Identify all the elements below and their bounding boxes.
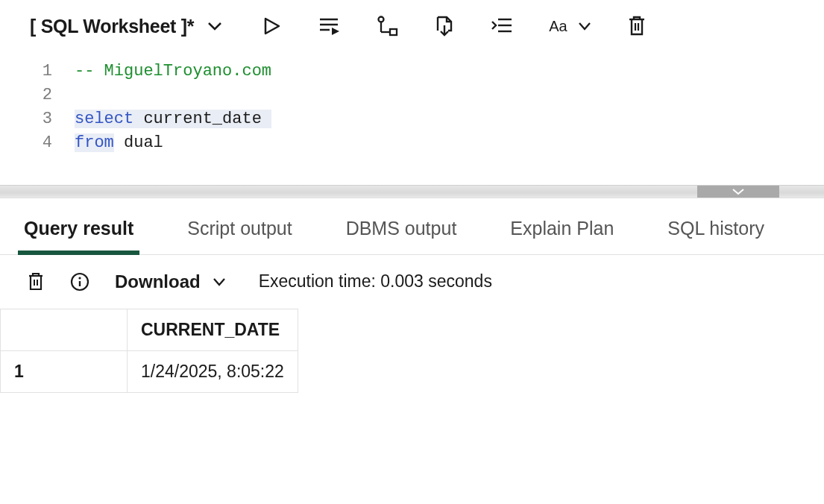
rownum-header (1, 309, 128, 350)
code-text[interactable]: select current_date (75, 107, 271, 131)
font-size-label: Aa (549, 18, 567, 35)
splitter-bar[interactable] (0, 185, 824, 198)
line-number: 3 (30, 107, 75, 131)
row-number: 1 (1, 350, 128, 392)
download-file-icon[interactable] (434, 15, 455, 37)
download-label: Download (115, 271, 201, 292)
worksheet-title: [ SQL Worksheet ]* (30, 16, 194, 37)
worksheet-toolbar: [ SQL Worksheet ]* Aa (0, 0, 824, 52)
font-size-dropdown[interactable]: Aa (549, 18, 591, 35)
line-number: 4 (30, 131, 75, 155)
line-number: 2 (30, 84, 75, 107)
code-text[interactable] (75, 84, 84, 107)
code-text[interactable]: from dual (75, 131, 163, 155)
line-number: 1 (30, 60, 75, 84)
code-line: 2 (30, 84, 794, 107)
tab-sql-history[interactable]: SQL history (663, 207, 769, 254)
code-text[interactable]: -- MiguelTroyano.com (75, 60, 271, 84)
worksheet-title-group[interactable]: [ SQL Worksheet ]* (30, 16, 222, 37)
tab-dbms-output[interactable]: DBMS output (342, 207, 462, 254)
format-icon[interactable] (491, 16, 513, 36)
code-line: 4from dual (30, 131, 794, 155)
tab-script-output[interactable]: Script output (183, 207, 296, 254)
code-line: 1-- MiguelTroyano.com (30, 60, 794, 84)
info-icon[interactable] (70, 272, 89, 292)
code-line: 3select current_date (30, 107, 794, 131)
column-header[interactable]: CURRENT_DATE (128, 309, 298, 350)
results-toolbar: Download Execution time: 0.003 seconds (0, 255, 824, 309)
cell[interactable]: 1/24/2025, 8:05:22 (128, 350, 298, 392)
sql-editor[interactable]: 1-- MiguelTroyano.com2 3select current_d… (0, 52, 824, 185)
run-script-icon[interactable] (318, 16, 340, 37)
tab-explain-plan[interactable]: Explain Plan (506, 207, 618, 254)
svg-point-3 (379, 17, 384, 22)
toolbar-icons: Aa (261, 15, 646, 37)
clear-results-icon[interactable] (27, 271, 45, 292)
svg-rect-6 (390, 29, 397, 35)
download-button[interactable]: Download (115, 271, 226, 292)
execution-time-label: Execution time: 0.003 seconds (259, 271, 492, 292)
table-row[interactable]: 11/24/2025, 8:05:22 (1, 350, 298, 392)
delete-icon[interactable] (627, 15, 647, 37)
splitter-handle-icon[interactable] (697, 186, 779, 198)
tab-query-result[interactable]: Query result (19, 207, 138, 254)
results-table: CURRENT_DATE11/24/2025, 8:05:22 (0, 309, 298, 393)
svg-point-19 (78, 277, 81, 279)
run-icon[interactable] (261, 16, 282, 37)
title-dropdown-icon[interactable] (207, 21, 222, 31)
explain-plan-icon[interactable] (376, 15, 398, 37)
results-tabs: Query resultScript outputDBMS outputExpl… (0, 198, 824, 255)
